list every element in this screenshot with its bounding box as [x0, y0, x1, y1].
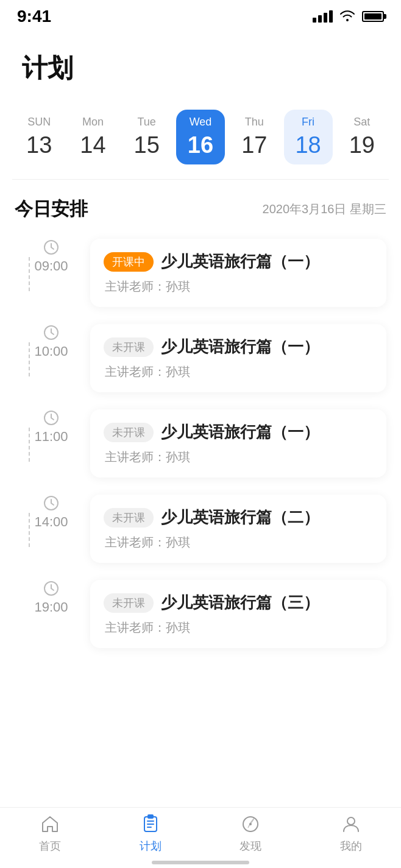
status-badge-2: 未开课: [104, 423, 154, 442]
event-title-2: 少儿英语旅行篇（一）: [161, 422, 319, 443]
event-title-4: 少儿英语旅行篇（三）: [161, 592, 319, 613]
svg-marker-11: [248, 818, 254, 828]
event-time-1: 10:00: [34, 344, 68, 359]
event-card-top-4: 未开课 少儿英语旅行篇（三）: [104, 592, 373, 613]
bottom-nav: 首页 计划 发现 我的: [0, 807, 401, 868]
day-number-wed: 16: [188, 132, 213, 158]
page-title-area: 计划: [0, 33, 401, 97]
signal-icon: [313, 10, 333, 23]
nav-item-discover[interactable]: 发现: [200, 813, 301, 853]
timeline-item: 10:00 未开课 少儿英语旅行篇（一） 主讲老师：孙琪: [21, 324, 386, 392]
day-number-fri: 18: [295, 132, 321, 158]
svg-rect-9: [148, 815, 153, 818]
day-name-thu: Thu: [245, 116, 264, 129]
event-card-4[interactable]: 未开课 少儿英语旅行篇（三） 主讲老师：孙琪: [90, 580, 386, 648]
day-name-sun: SUN: [27, 116, 51, 129]
timeline-left-4: 19:00: [21, 580, 82, 615]
day-name-mon: Mon: [82, 116, 104, 129]
nav-item-home[interactable]: 首页: [0, 813, 101, 853]
event-teacher-4: 主讲老师：孙琪: [105, 619, 373, 636]
clock-icon: [43, 409, 60, 426]
svg-point-13: [347, 817, 355, 825]
day-name-tue: Tue: [138, 116, 156, 129]
dashed-line: [29, 513, 30, 547]
user-icon: [340, 813, 362, 835]
dashed-line: [29, 342, 30, 376]
event-time-0: 09:00: [34, 258, 68, 274]
page-title: 计划: [22, 51, 379, 85]
home-icon: [39, 813, 61, 835]
schedule-header: 今日安排 2020年3月16日 星期三: [15, 197, 386, 222]
svg-point-12: [249, 823, 252, 825]
nav-item-mine[interactable]: 我的: [301, 813, 402, 853]
wifi-icon: [339, 9, 356, 24]
day-name-sat: Sat: [353, 116, 370, 129]
battery-icon: [362, 11, 384, 22]
event-card-2[interactable]: 未开课 少儿英语旅行篇（一） 主讲老师：孙琪: [90, 409, 386, 478]
day-number-mon: 14: [80, 132, 105, 158]
timeline: 09:00 开课中 少儿英语旅行篇（一） 主讲老师：孙琪 10:00 未开课 少…: [15, 239, 386, 648]
calendar-day-tue[interactable]: Tue 15: [122, 110, 171, 164]
event-card-0[interactable]: 开课中 少儿英语旅行篇（一） 主讲老师：孙琪: [90, 239, 386, 307]
schedule-section: 今日安排 2020年3月16日 星期三 09:00 开课中 少儿英语旅行篇（一）…: [0, 180, 401, 677]
nav-label-discover: 发现: [240, 839, 261, 853]
schedule-date: 2020年3月16日 星期三: [263, 201, 386, 217]
calendar-day-thu[interactable]: Thu 17: [230, 110, 279, 164]
day-name-wed: Wed: [190, 116, 212, 129]
clock-icon: [43, 580, 60, 597]
event-teacher-3: 主讲老师：孙琪: [105, 534, 373, 551]
event-title-3: 少儿英语旅行篇（二）: [161, 507, 319, 528]
day-number-sat: 19: [349, 132, 375, 158]
nav-item-plan[interactable]: 计划: [101, 813, 201, 853]
event-teacher-0: 主讲老师：孙琪: [105, 278, 373, 295]
event-time-3: 14:00: [34, 514, 68, 530]
event-time-4: 19:00: [34, 599, 68, 615]
calendar-day-sun[interactable]: SUN 13: [15, 110, 63, 164]
plan-icon: [140, 813, 161, 835]
status-icons: [313, 9, 384, 24]
day-number-thu: 17: [241, 132, 267, 158]
status-badge-3: 未开课: [104, 508, 154, 528]
event-title-0: 少儿英语旅行篇（一）: [161, 251, 319, 272]
compass-icon: [240, 813, 261, 835]
event-teacher-1: 主讲老师：孙琪: [105, 364, 373, 380]
day-number-tue: 15: [134, 132, 160, 158]
day-name-fri: Fri: [302, 116, 314, 129]
timeline-left-3: 14:00: [21, 495, 82, 530]
clock-icon: [43, 324, 60, 341]
nav-label-home: 首页: [39, 839, 61, 853]
calendar-strip: SUN 13 Mon 14 Tue 15 Wed 16 Thu 17 Fri 1…: [0, 97, 401, 179]
event-title-1: 少儿英语旅行篇（一）: [161, 336, 319, 358]
status-time: 9:41: [17, 7, 51, 26]
event-card-top-3: 未开课 少儿英语旅行篇（二）: [104, 507, 373, 528]
clock-icon: [43, 239, 60, 256]
app-container: 9:41 计划 SUN 13: [0, 0, 401, 835]
event-card-1[interactable]: 未开课 少儿英语旅行篇（一） 主讲老师：孙琪: [90, 324, 386, 392]
timeline-left-1: 10:00: [21, 324, 82, 359]
status-badge-4: 未开课: [104, 593, 154, 613]
calendar-day-fri[interactable]: Fri 18: [284, 110, 333, 164]
event-teacher-2: 主讲老师：孙琪: [105, 449, 373, 465]
timeline-item: 14:00 未开课 少儿英语旅行篇（二） 主讲老师：孙琪: [21, 495, 386, 563]
calendar-day-wed[interactable]: Wed 16: [176, 110, 225, 164]
event-card-top-1: 未开课 少儿英语旅行篇（一）: [104, 336, 373, 358]
event-card-top-2: 未开课 少儿英语旅行篇（一）: [104, 422, 373, 443]
calendar-day-sat[interactable]: Sat 19: [338, 110, 386, 164]
status-badge-1: 未开课: [104, 337, 154, 357]
nav-label-plan: 计划: [140, 839, 161, 853]
nav-label-mine: 我的: [340, 839, 362, 853]
calendar-day-mon[interactable]: Mon 14: [68, 110, 117, 164]
home-indicator: [152, 861, 249, 864]
status-badge-0: 开课中: [104, 252, 154, 272]
timeline-item: 11:00 未开课 少儿英语旅行篇（一） 主讲老师：孙琪: [21, 409, 386, 478]
event-card-3[interactable]: 未开课 少儿英语旅行篇（二） 主讲老师：孙琪: [90, 495, 386, 563]
event-card-top-0: 开课中 少儿英语旅行篇（一）: [104, 251, 373, 272]
timeline-left-0: 09:00: [21, 239, 82, 274]
dashed-line: [29, 428, 30, 462]
dashed-line: [29, 257, 30, 291]
timeline-item: 09:00 开课中 少儿英语旅行篇（一） 主讲老师：孙琪: [21, 239, 386, 307]
clock-icon: [43, 495, 60, 512]
timeline-left-2: 11:00: [21, 409, 82, 445]
status-bar: 9:41: [0, 0, 401, 33]
event-time-2: 11:00: [34, 429, 68, 445]
